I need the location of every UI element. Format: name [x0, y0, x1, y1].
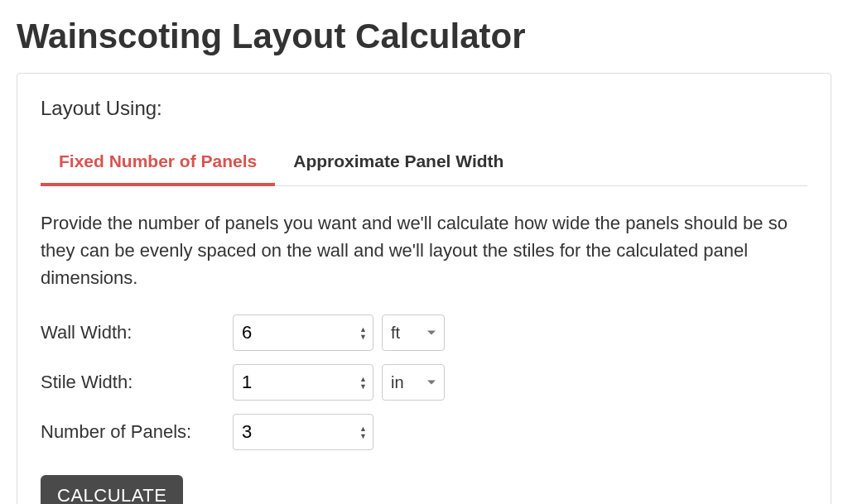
tab-fixed-panels[interactable]: Fixed Number of Panels — [41, 143, 275, 186]
stile-width-row: Stile Width: ▲▼ in — [41, 364, 807, 401]
stile-width-input-wrap: ▲▼ — [233, 364, 373, 401]
spinner-icon[interactable]: ▲▼ — [359, 326, 367, 340]
tab-approx-width[interactable]: Approximate Panel Width — [275, 143, 522, 186]
calculate-button[interactable]: CALCULATE — [41, 475, 183, 504]
stile-width-label: Stile Width: — [41, 372, 233, 393]
wall-width-label: Wall Width: — [41, 322, 233, 343]
stile-width-unit-value: in — [391, 373, 404, 392]
spinner-icon[interactable]: ▲▼ — [359, 376, 367, 390]
wall-width-unit-select[interactable]: ft — [382, 314, 445, 351]
stile-width-input[interactable] — [233, 364, 373, 401]
wall-width-row: Wall Width: ▲▼ ft — [41, 314, 807, 351]
chevron-down-icon — [427, 331, 436, 335]
description-text: Provide the number of panels you want an… — [41, 209, 807, 291]
num-panels-label: Number of Panels: — [41, 421, 233, 443]
page-title: Wainscoting Layout Calculator — [17, 17, 831, 56]
tabs: Fixed Number of Panels Approximate Panel… — [41, 143, 807, 186]
calculator-card: Layout Using: Fixed Number of Panels App… — [17, 73, 831, 504]
num-panels-input-wrap: ▲▼ — [233, 414, 373, 450]
section-label: Layout Using: — [41, 97, 807, 120]
chevron-down-icon — [427, 381, 436, 385]
wall-width-input[interactable] — [233, 314, 373, 351]
stile-width-unit-select[interactable]: in — [382, 364, 445, 401]
spinner-icon[interactable]: ▲▼ — [359, 425, 367, 439]
num-panels-input[interactable] — [233, 414, 373, 450]
wall-width-unit-value: ft — [391, 324, 400, 343]
num-panels-row: Number of Panels: ▲▼ — [41, 414, 807, 450]
wall-width-input-wrap: ▲▼ — [233, 314, 373, 351]
